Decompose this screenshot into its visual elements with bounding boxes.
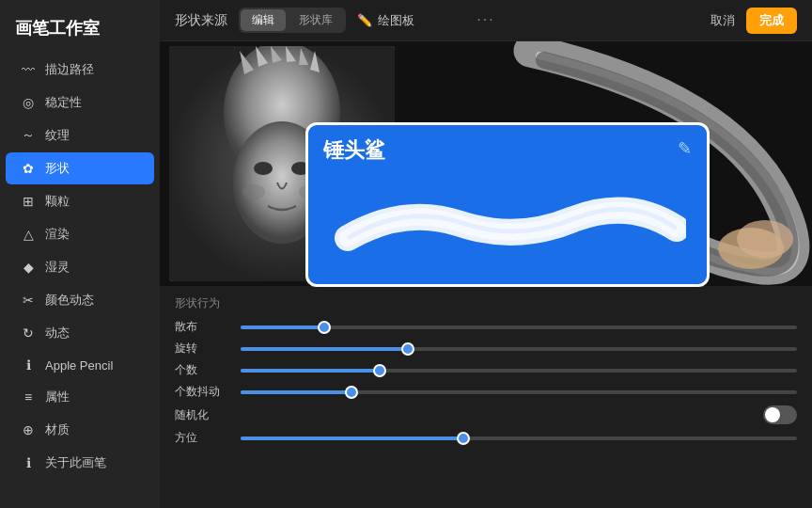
svg-point-15 — [737, 220, 793, 258]
svg-point-11 — [242, 184, 265, 199]
main-content: 形状来源 编辑 形状库 ✏️ 绘图板 ··· 取消 完成 — [160, 0, 812, 508]
sidebar-label-shape: 形状 — [45, 160, 70, 177]
count-jitter-slider[interactable] — [241, 390, 797, 394]
sidebar-item-wetmix[interactable]: ◆湿灵 — [6, 251, 154, 283]
shape-behavior-title: 形状行为 — [175, 295, 797, 311]
sidebar-label-grain: 纹理 — [45, 127, 70, 144]
scatter-label: 散布 — [175, 319, 231, 335]
sidebar-label-apple-pencil: Apple Pencil — [45, 358, 113, 373]
sidebar-icon-shape: ✿ — [21, 161, 36, 176]
done-button[interactable]: 完成 — [746, 8, 797, 34]
sidebar-label-particles: 颗粒 — [45, 193, 70, 210]
popup-brush-stroke-svg — [329, 177, 686, 271]
tab-shape-library[interactable]: 形状库 — [288, 9, 344, 31]
drawing-board-button[interactable]: ✏️ 绘图板 — [357, 12, 414, 29]
orientation-row: 方位 — [175, 430, 797, 446]
count-label: 个数 — [175, 362, 231, 378]
sidebar-items-list: 〰描边路径◎稳定性～纹理✿形状⊞颗粒△渲染◆湿灵✂颜色动态↻动态ℹApple P… — [0, 53, 160, 480]
sidebar-item-color-dynamics[interactable]: ✂颜色动态 — [6, 284, 154, 316]
header-left: 形状来源 编辑 形状库 ✏️ 绘图板 — [175, 8, 414, 33]
popup-brush-preview — [323, 174, 692, 273]
sidebar-item-render[interactable]: △渲染 — [6, 218, 154, 250]
app-container: 画笔工作室 〰描边路径◎稳定性～纹理✿形状⊞颗粒△渲染◆湿灵✂颜色动态↻动态ℹA… — [0, 0, 812, 508]
drawing-board-label: 绘图板 — [378, 12, 414, 29]
scatter-slider[interactable] — [241, 325, 797, 329]
popup-edit-icon[interactable]: ✎ — [678, 138, 692, 159]
app-title: 画笔工作室 — [0, 9, 160, 53]
sidebar-icon-stability: ◎ — [21, 95, 36, 110]
sidebar-item-stroke-path[interactable]: 〰描边路径 — [6, 54, 154, 86]
orientation-slider[interactable] — [241, 437, 797, 440]
rotate-slider[interactable] — [241, 347, 797, 351]
sidebar-icon-grain: ～ — [21, 128, 36, 143]
count-jitter-row: 个数抖动 — [175, 384, 797, 400]
rotate-label: 旋转 — [175, 341, 231, 357]
rotate-row: 旋转 — [175, 341, 797, 357]
sidebar-label-wetmix: 湿灵 — [45, 259, 70, 276]
sidebar-icon-properties: ≡ — [21, 389, 36, 405]
svg-point-9 — [254, 162, 273, 175]
sidebar-icon-stroke-path: 〰 — [21, 62, 36, 77]
sidebar-icon-material: ⊕ — [21, 422, 36, 437]
brush-name-popup: 锤头鲨 ✎ — [305, 122, 710, 287]
sidebar-icon-about: ℹ — [21, 455, 36, 470]
count-jitter-label: 个数抖动 — [175, 384, 231, 400]
section-title: 形状来源 — [175, 12, 227, 29]
header-bar: 形状来源 编辑 形状库 ✏️ 绘图板 ··· 取消 完成 — [160, 0, 812, 41]
randomize-row: 随机化 — [175, 405, 797, 424]
sidebar-label-properties: 属性 — [45, 389, 70, 405]
randomize-toggle[interactable] — [763, 405, 797, 424]
sidebar-label-color-dynamics: 颜色动态 — [45, 292, 94, 309]
sidebar-label-render: 渲染 — [45, 226, 70, 243]
shape-behavior-panel: 形状行为 散布 旋转 — [160, 286, 812, 461]
sidebar-item-particles[interactable]: ⊞颗粒 — [6, 185, 154, 217]
sidebar-item-shape[interactable]: ✿形状 — [6, 152, 154, 184]
count-row: 个数 — [175, 362, 797, 378]
sidebar-item-about[interactable]: ℹ关于此画笔 — [6, 447, 154, 479]
sidebar-item-stability[interactable]: ◎稳定性 — [6, 87, 154, 119]
sidebar-label-stability: 稳定性 — [45, 94, 82, 111]
randomize-label: 随机化 — [175, 407, 209, 423]
sidebar-icon-wetmix: ◆ — [21, 260, 36, 275]
sidebar-item-material[interactable]: ⊕材质 — [6, 414, 154, 446]
scatter-row: 散布 — [175, 319, 797, 335]
sidebar-label-about: 关于此画笔 — [45, 454, 106, 471]
sidebar-icon-particles: ⊞ — [21, 194, 36, 209]
sidebar-label-stroke-path: 描边路径 — [45, 61, 94, 78]
sidebar-icon-apple-pencil: ℹ — [21, 357, 36, 373]
cancel-button[interactable]: 取消 — [710, 12, 735, 29]
three-dots[interactable]: ··· — [476, 11, 494, 28]
tab-edit[interactable]: 编辑 — [241, 9, 286, 31]
drawing-board-icon: ✏️ — [357, 13, 372, 27]
sidebar-item-dynamics[interactable]: ↻动态 — [6, 317, 154, 349]
sidebar-label-material: 材质 — [45, 421, 70, 438]
sidebar-item-properties[interactable]: ≡属性 — [6, 381, 154, 413]
sidebar-item-apple-pencil[interactable]: ℹApple Pencil — [6, 350, 154, 380]
popup-brush-name: 锤头鲨 — [323, 136, 692, 165]
sidebar-icon-render: △ — [21, 227, 36, 242]
sidebar-label-dynamics: 动态 — [45, 325, 70, 341]
header-tabs: 编辑 形状库 — [239, 8, 346, 33]
count-slider[interactable] — [241, 369, 797, 373]
sidebar: 画笔工作室 〰描边路径◎稳定性～纹理✿形状⊞颗粒△渲染◆湿灵✂颜色动态↻动态ℹA… — [0, 0, 160, 508]
sidebar-icon-dynamics: ↻ — [21, 325, 36, 341]
header-right: 取消 完成 — [710, 8, 797, 34]
sidebar-item-grain[interactable]: ～纹理 — [6, 119, 154, 151]
orientation-label: 方位 — [175, 430, 231, 446]
sidebar-icon-color-dynamics: ✂ — [21, 293, 36, 308]
